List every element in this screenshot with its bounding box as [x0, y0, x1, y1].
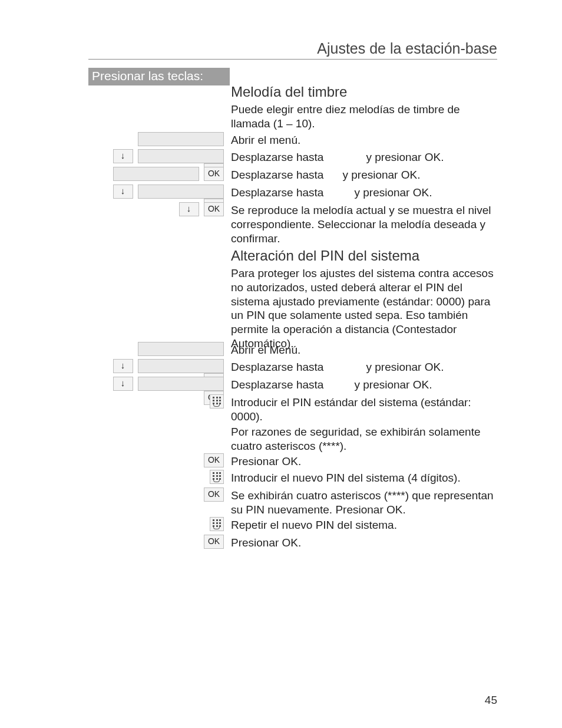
- s1-r3b: y presionar OK.: [342, 169, 420, 181]
- key-row: [88, 517, 224, 531]
- s1-r4a: Desplazarse hasta: [231, 186, 352, 200]
- s2-r9: Repetir el nuevo PIN del sistema.: [231, 519, 397, 531]
- key-row: ↓ OK: [88, 202, 224, 216]
- section2-intro: Para proteger los ajustes del sistema co…: [231, 266, 497, 351]
- ok-key: OK: [204, 167, 224, 181]
- menu-key: [138, 149, 224, 163]
- section1-intro: Puede elegir entre diez melodías de timb…: [231, 103, 497, 131]
- sidebar-head: Presionar las teclas:: [88, 68, 230, 85]
- s2-r8: Se exhibirán cuatro asteriscos (****) qu…: [231, 489, 494, 516]
- key-row: [88, 132, 224, 146]
- header-rule: [88, 59, 497, 60]
- s1-r2a: Desplazarse hasta: [231, 150, 363, 164]
- menu-key: [138, 359, 224, 373]
- keypad-icon: [210, 394, 224, 409]
- s2-r4: Introducir el PIN estándar del sistema (…: [231, 396, 471, 423]
- ok-key: OK: [204, 535, 224, 549]
- s2-r3b: y presionar OK.: [354, 378, 432, 391]
- key-row: [88, 342, 224, 356]
- s2-r6: Presionar OK.: [231, 455, 301, 467]
- down-arrow-icon: ↓: [113, 149, 133, 163]
- menu-key: [138, 377, 224, 391]
- s2-r5: Por razones de seguridad, se exhibirán s…: [231, 426, 481, 452]
- key-row: [88, 470, 224, 484]
- s2-r2b: y presionar OK.: [366, 361, 444, 373]
- down-arrow-icon: ↓: [113, 359, 133, 373]
- ok-key: OK: [204, 202, 224, 216]
- s1-r4b: y presionar OK.: [354, 186, 432, 199]
- key-row: OK: [88, 535, 224, 549]
- header-title: Ajustes de la estación-base: [317, 40, 497, 57]
- menu-key: [138, 132, 224, 146]
- key-row: [88, 394, 224, 409]
- section1-title: Melodía del timbre: [231, 84, 497, 100]
- page-number: 45: [485, 694, 497, 707]
- down-arrow-icon: ↓: [113, 377, 133, 391]
- menu-key: [113, 167, 199, 181]
- s2-r7: Introducir el nuevo PIN del sistema (4 d…: [231, 472, 461, 484]
- s2-r1: Abrir el Menú.: [231, 344, 300, 356]
- ok-key: OK: [204, 487, 224, 502]
- s1-r3a: Desplazarse hasta: [231, 168, 340, 182]
- s2-r3a: Desplazarse hasta: [231, 378, 352, 392]
- ok-key: OK: [204, 453, 224, 467]
- menu-key: [138, 342, 224, 356]
- section2-title: Alteración del PIN del sistema: [231, 248, 497, 264]
- down-arrow-icon: ↓: [113, 185, 133, 199]
- s2-r10: Presionar OK.: [231, 536, 301, 549]
- key-row: OK: [88, 167, 224, 181]
- down-arrow-icon: ↓: [179, 202, 199, 216]
- menu-key: [138, 185, 224, 199]
- s1-r5: Se reproduce la melodía actual y se mues…: [231, 204, 491, 245]
- s1-r1: Abrir el menú.: [231, 134, 300, 146]
- s2-r2a: Desplazarse hasta: [231, 360, 363, 374]
- key-row: OK: [88, 453, 224, 467]
- keypad-icon: [210, 470, 224, 484]
- keypad-icon: [210, 517, 224, 531]
- s1-r2b: y presionar OK.: [366, 151, 444, 163]
- key-row: OK: [88, 487, 224, 502]
